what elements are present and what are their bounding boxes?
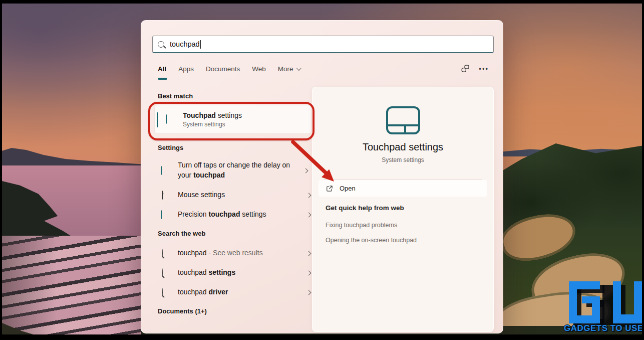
- preview-title: Touchpad settings: [312, 141, 493, 153]
- tab-web[interactable]: Web: [252, 65, 266, 73]
- search-icon: [162, 268, 163, 277]
- help-link-fixing-problems[interactable]: Fixing touchpad problems: [326, 222, 397, 229]
- settings-result-precision-touchpad[interactable]: Precision touchpad settings: [154, 206, 313, 224]
- settings-result-mouse-settings[interactable]: Mouse settings: [154, 186, 313, 204]
- search-icon: [158, 41, 164, 48]
- touchpad-icon: [386, 106, 420, 134]
- tab-documents[interactable]: Documents: [206, 65, 240, 73]
- best-match-result-touchpad-settings[interactable]: Touchpad settings System settings: [154, 105, 311, 134]
- search-icon: [162, 288, 163, 297]
- selection-accent-bar: [157, 112, 158, 127]
- wallpaper-terraces-left: [0, 236, 141, 340]
- gadgets-to-use-logo: [566, 279, 644, 327]
- preview-subtitle: System settings: [312, 156, 493, 163]
- help-link-onscreen-touchpad[interactable]: Opening the on-screen touchpad: [326, 237, 417, 244]
- result-text: touchpad - See web results: [178, 248, 307, 258]
- touchpad-icon: [166, 114, 167, 124]
- open-action-button[interactable]: Open: [318, 180, 487, 197]
- chevron-right-icon: [306, 251, 311, 256]
- active-tab-indicator: [158, 78, 167, 80]
- text-caret: [200, 40, 201, 49]
- account-icon[interactable]: [461, 65, 470, 73]
- search-input[interactable]: touchpad: [152, 36, 494, 53]
- result-subtitle: System settings: [183, 121, 242, 128]
- search-flyout: touchpad All Apps Documents Web More •••…: [141, 20, 503, 333]
- chevron-down-icon: [296, 66, 301, 71]
- tab-apps[interactable]: Apps: [178, 65, 194, 73]
- web-result-touchpad-settings[interactable]: touchpad settings: [154, 264, 313, 282]
- open-external-icon: [326, 185, 333, 192]
- result-title: Touchpad settings: [183, 111, 242, 119]
- tab-more[interactable]: More: [278, 65, 300, 73]
- more-options-icon[interactable]: •••: [479, 66, 489, 72]
- mouse-icon: [162, 191, 163, 200]
- chevron-right-icon: [306, 270, 311, 275]
- web-result-touchpad[interactable]: touchpad - See web results: [154, 244, 313, 262]
- search-icon: [162, 249, 163, 258]
- section-label-documents: Documents (1+): [158, 307, 207, 315]
- divider: [324, 179, 482, 180]
- preview-pane: Touchpad settings System settings Open G…: [312, 87, 494, 332]
- result-text: Mouse settings: [178, 190, 307, 200]
- chevron-right-icon: [303, 168, 308, 173]
- result-text: Precision touchpad settings: [178, 210, 307, 220]
- tab-all[interactable]: All: [158, 65, 166, 73]
- section-label-best-match: Best match: [158, 92, 193, 100]
- search-filter-tabs: All Apps Documents Web More: [158, 65, 300, 73]
- chevron-right-icon: [306, 193, 311, 198]
- touchpad-icon: [161, 166, 162, 175]
- result-text: Turn off taps or change the delay on you…: [178, 160, 304, 181]
- chevron-right-icon: [306, 290, 311, 295]
- touchpad-icon: [161, 210, 162, 219]
- section-label-search-the-web: Search the web: [158, 230, 205, 237]
- settings-result-turn-off-taps[interactable]: Turn off taps or change the delay on you…: [154, 158, 313, 183]
- search-value: touchpad: [170, 40, 200, 48]
- web-result-touchpad-driver[interactable]: touchpad driver: [154, 283, 313, 301]
- chevron-right-icon: [306, 212, 311, 217]
- help-section-title: Get quick help from web: [326, 204, 404, 212]
- section-label-settings: Settings: [158, 144, 183, 151]
- result-text: touchpad settings: [178, 268, 307, 278]
- open-button-label: Open: [340, 185, 356, 192]
- watermark-label: GADGETS TO USE: [564, 323, 644, 333]
- result-text: touchpad driver: [178, 287, 307, 297]
